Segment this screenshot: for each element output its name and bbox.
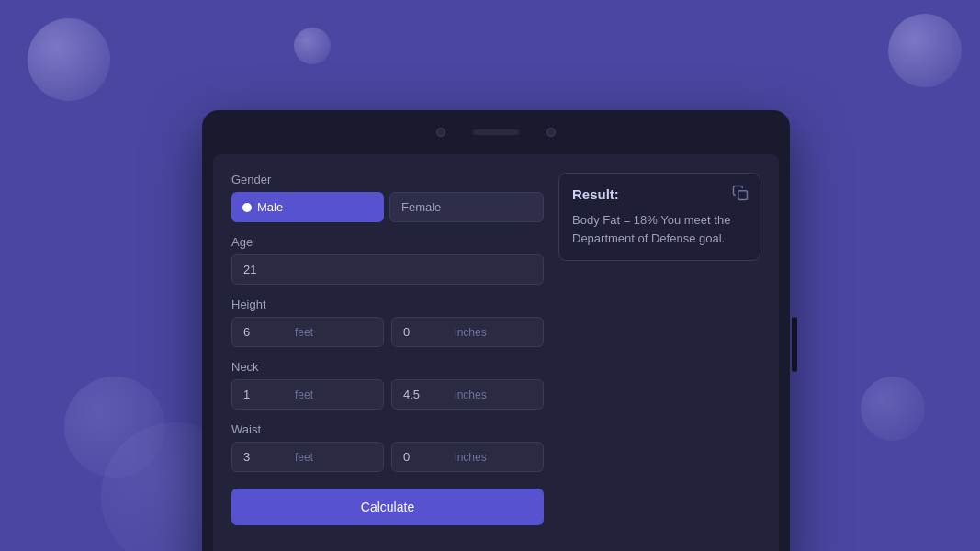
decorative-bubble-6	[861, 377, 925, 441]
neck-feet-unit: feet	[295, 388, 313, 401]
tablet-side-handle	[792, 317, 797, 372]
neck-row: feet inches	[231, 379, 544, 410]
waist-feet-unit: feet	[295, 451, 313, 464]
male-button[interactable]: Male	[231, 192, 384, 222]
neck-feet-input[interactable]	[240, 380, 295, 409]
height-inches-input[interactable]	[400, 318, 455, 346]
height-row: feet inches	[231, 317, 544, 347]
neck-label: Neck	[231, 360, 544, 374]
height-inches-unit: inches	[455, 326, 487, 339]
male-label: Male	[257, 200, 283, 214]
decorative-bubble-2	[294, 28, 331, 64]
waist-feet-wrap: feet	[231, 442, 384, 472]
waist-field-group: Waist feet inches	[231, 422, 544, 472]
calculate-label: Calculate	[361, 500, 414, 514]
gender-toggle: Male Female	[231, 192, 544, 222]
form-panel: Gender Male Female Age Height	[231, 173, 544, 549]
age-field-group: Age	[231, 235, 544, 285]
neck-inches-unit: inches	[455, 388, 487, 401]
svg-rect-0	[738, 191, 748, 200]
copy-icon[interactable]	[732, 185, 749, 201]
neck-feet-wrap: feet	[231, 379, 384, 410]
height-feet-input[interactable]	[240, 318, 295, 346]
height-label: Height	[231, 298, 544, 311]
neck-inches-wrap: inches	[391, 379, 544, 410]
tablet-frame: Gender Male Female Age Height	[202, 110, 790, 551]
male-radio-dot	[242, 203, 252, 212]
waist-inches-unit: inches	[455, 451, 487, 464]
age-input[interactable]	[231, 254, 544, 285]
result-panel: Result: Body Fat = 18% You meet the Depa…	[558, 173, 760, 261]
age-label: Age	[231, 235, 544, 249]
camera-right	[546, 128, 556, 137]
waist-feet-input[interactable]	[240, 443, 295, 471]
waist-inches-wrap: inches	[391, 442, 544, 472]
height-feet-wrap: feet	[231, 317, 384, 347]
gender-label: Gender	[231, 173, 544, 186]
tablet-top-bar	[202, 110, 790, 154]
female-button[interactable]: Female	[389, 192, 544, 222]
height-inches-wrap: inches	[391, 317, 544, 347]
calculate-button[interactable]: Calculate	[231, 489, 544, 525]
height-feet-unit: feet	[295, 326, 313, 339]
height-field-group: Height feet inches	[231, 298, 544, 347]
decorative-bubble-3	[888, 14, 962, 87]
waist-inches-input[interactable]	[400, 443, 455, 471]
gender-field-group: Gender Male Female	[231, 173, 544, 222]
neck-inches-input[interactable]	[400, 380, 455, 409]
waist-label: Waist	[231, 422, 544, 436]
speaker	[473, 129, 519, 135]
camera-left	[436, 128, 445, 137]
decorative-bubble-1	[28, 18, 110, 101]
tablet-content: Gender Male Female Age Height	[213, 154, 779, 551]
neck-field-group: Neck feet inches	[231, 360, 544, 410]
waist-row: feet inches	[231, 442, 544, 472]
result-text: Body Fat = 18% You meet the Department o…	[572, 211, 747, 247]
female-label: Female	[401, 200, 441, 214]
result-title: Result:	[572, 186, 747, 202]
